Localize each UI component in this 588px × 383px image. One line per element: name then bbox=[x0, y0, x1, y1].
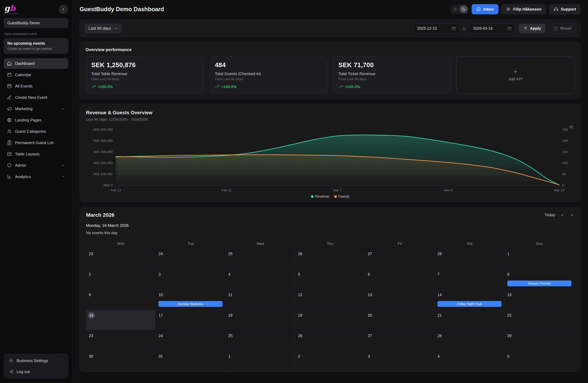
calendar-day-cell[interactable]: 24 bbox=[156, 249, 225, 269]
calendar-day-cell[interactable]: 2 bbox=[295, 351, 365, 372]
calendar-day-cell[interactable]: 28 bbox=[435, 249, 504, 269]
no-upcoming-events-card[interactable]: No upcoming events Create an event to ge… bbox=[4, 38, 68, 54]
calendar-day-cell[interactable]: 30 bbox=[86, 351, 156, 372]
calendar-day-cell[interactable]: 24 bbox=[156, 330, 225, 351]
workspace-selector[interactable]: GuestBuddy Demo bbox=[4, 18, 68, 28]
svg-text:Mar 9: Mar 9 bbox=[444, 189, 453, 192]
calendar-day-cell[interactable]: 5 bbox=[504, 351, 574, 372]
calendar-event-pill[interactable]: Friday Night Club bbox=[438, 301, 501, 307]
day-number: 9 bbox=[89, 293, 91, 297]
sidebar-item-permanent-guest-list[interactable]: Permanent Guest List bbox=[4, 137, 68, 148]
sidebar-item-marketing[interactable]: Marketing bbox=[4, 103, 68, 114]
svg-text:200: 200 bbox=[562, 139, 568, 142]
calendar-day-cell[interactable]: 31 bbox=[156, 351, 225, 372]
calendar-day-cell[interactable]: 16 bbox=[86, 310, 156, 330]
inbox-button[interactable]: Inbox bbox=[472, 4, 498, 14]
calendar-day-cell[interactable]: 18 bbox=[226, 310, 295, 330]
sidebar-item-label: Create New Event bbox=[15, 95, 47, 100]
trend-up-icon bbox=[215, 84, 219, 89]
sidebar-item-table-layouts[interactable]: Table Layouts bbox=[4, 149, 68, 159]
calendar-event-pill[interactable]: Season Premier bbox=[507, 281, 571, 286]
date-from-input[interactable]: 2025-12-15 bbox=[413, 23, 460, 33]
apply-button[interactable]: Apply bbox=[519, 23, 546, 33]
calendar-day-cell[interactable]: 2 bbox=[86, 269, 156, 289]
calendar-day-cell[interactable]: 20 bbox=[365, 310, 435, 330]
sidebar-item-admin[interactable]: Admin bbox=[4, 160, 68, 171]
add-kpi-card[interactable]: Add KPI bbox=[456, 57, 575, 94]
calendar-day-cell[interactable]: 15 bbox=[504, 289, 574, 310]
calendar-day-cell[interactable]: 1 bbox=[226, 351, 295, 372]
sidebar-collapse-button[interactable] bbox=[59, 5, 68, 14]
calendar-day-cell[interactable]: 27 bbox=[365, 330, 435, 351]
kpi-delta: +100.0% bbox=[338, 84, 445, 89]
calendar-day-cell[interactable]: 26 bbox=[295, 330, 365, 351]
calendar-day-cell[interactable]: 19 bbox=[295, 310, 365, 330]
calendar-day-cell[interactable]: 25 bbox=[226, 249, 295, 269]
date-range-dropdown[interactable]: Last 90 days bbox=[84, 23, 122, 33]
chart-menu-icon[interactable] bbox=[569, 125, 574, 129]
calendar-day-cell[interactable]: 27 bbox=[365, 249, 435, 269]
calendar-day-cell[interactable]: 7 bbox=[435, 269, 504, 289]
svg-text:Feb 13: Feb 13 bbox=[111, 189, 121, 192]
sidebar-item-analytics[interactable]: Analytics bbox=[4, 171, 68, 182]
calendar-day-cell[interactable]: 14Friday Night Club bbox=[435, 289, 504, 310]
sidebar-item-log-out[interactable]: Log out bbox=[5, 366, 66, 377]
calendar-day-cell[interactable]: 17 bbox=[156, 310, 225, 330]
calendar-grid: 23242526272812345678Season Premier910Mon… bbox=[86, 249, 574, 372]
date-to-value: 2026-03-16 bbox=[473, 26, 493, 31]
prev-month-button[interactable] bbox=[560, 213, 565, 217]
sidebar-item-all-events[interactable]: All Events bbox=[4, 81, 68, 92]
calendar-day-cell[interactable]: 8Season Premier bbox=[504, 269, 574, 289]
calendar-day-cell[interactable]: 3 bbox=[156, 269, 225, 289]
sidebar-item-create-new-event[interactable]: Create New Event bbox=[4, 92, 68, 103]
weekday-label: Sun bbox=[504, 239, 574, 248]
sidebar-item-business-settings[interactable]: Business Settings bbox=[5, 355, 66, 366]
calendar-day-cell[interactable]: 5 bbox=[295, 269, 365, 289]
calendar-day-cell[interactable]: 23 bbox=[86, 249, 156, 269]
svg-text:250: 250 bbox=[562, 128, 568, 131]
calendar-day-cell[interactable]: 6 bbox=[365, 269, 435, 289]
calendar-day-cell[interactable]: 4 bbox=[435, 351, 504, 372]
calendar-day-cell[interactable]: 1 bbox=[504, 249, 574, 269]
sidebar-item-calendar[interactable]: Calendar bbox=[4, 69, 68, 80]
next-month-button[interactable] bbox=[570, 213, 574, 217]
svg-text:SEK 100,000: SEK 100,000 bbox=[93, 172, 113, 176]
day-number: 15 bbox=[507, 293, 512, 297]
support-button[interactable]: Support bbox=[549, 4, 581, 14]
legend-dot bbox=[311, 195, 314, 198]
calendar-event-pill[interactable]: Monday Madness bbox=[158, 301, 222, 307]
day-number: 1 bbox=[507, 252, 509, 256]
calendar-day-cell[interactable]: 26 bbox=[295, 249, 365, 269]
calendar-day-cell[interactable]: 10Monday Madness bbox=[156, 289, 225, 310]
calendar-day-cell[interactable]: 21 bbox=[435, 310, 504, 330]
sidebar-item-landing-pages[interactable]: Landing Pages bbox=[4, 115, 68, 125]
sidebar-item-guest-categories[interactable]: Guest Categories bbox=[4, 126, 68, 137]
calendar-day-cell[interactable]: 9 bbox=[86, 289, 156, 310]
calendar-day-cell[interactable]: 28 bbox=[435, 330, 504, 351]
weekday-label: Sat bbox=[435, 239, 504, 248]
calendar-day-cell[interactable]: 13 bbox=[365, 289, 435, 310]
calendar-day-cell[interactable]: 4 bbox=[226, 269, 295, 289]
calendar-day-cell[interactable]: 29 bbox=[504, 330, 574, 351]
calendar-day-cell[interactable]: 23 bbox=[86, 330, 156, 351]
reset-button[interactable]: Reset bbox=[549, 23, 576, 34]
sidebar-item-dashboard[interactable]: Dashboard bbox=[4, 58, 68, 69]
user-button[interactable]: Filip Håkanson bbox=[502, 4, 546, 14]
calendar-day-cell[interactable]: 11 bbox=[226, 289, 295, 310]
today-badge: 16 bbox=[88, 312, 95, 319]
clipboard-list-icon bbox=[7, 140, 12, 145]
calendar-day-cell[interactable]: 3 bbox=[365, 351, 435, 372]
date-to-input[interactable]: 2026-03-16 bbox=[469, 23, 516, 33]
calendar-day-cell[interactable]: 22 bbox=[504, 310, 574, 330]
day-number: 17 bbox=[158, 313, 163, 317]
day-number: 20 bbox=[368, 313, 372, 317]
reset-label: Reset bbox=[560, 26, 571, 31]
moon-icon[interactable] bbox=[460, 5, 468, 13]
theme-toggle[interactable] bbox=[450, 4, 469, 14]
calendar-day-cell[interactable]: 25 bbox=[226, 330, 295, 351]
add-kpi-label: Add KPI bbox=[508, 77, 523, 81]
today-button[interactable]: Today bbox=[545, 213, 555, 217]
day-number: 4 bbox=[438, 354, 440, 358]
sun-icon[interactable] bbox=[451, 5, 459, 13]
calendar-day-cell[interactable]: 12 bbox=[295, 289, 365, 310]
